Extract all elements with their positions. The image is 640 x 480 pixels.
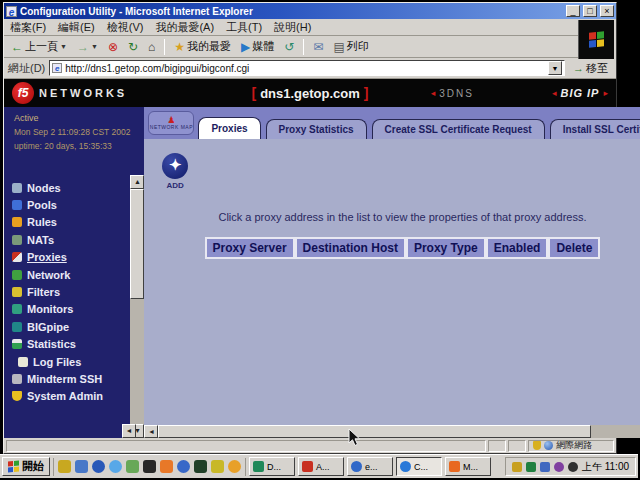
tab-proxies[interactable]: Proxies <box>198 117 260 139</box>
mindterm-ssh-icon <box>12 374 22 384</box>
datetime-text: Mon Sep 2 11:09:28 CST 2002 <box>14 127 130 137</box>
tab-proxy-statistics[interactable]: Proxy Statistics <box>266 119 367 139</box>
tray-icon[interactable] <box>568 462 578 472</box>
column-delete: Delete <box>548 237 600 259</box>
minimize-button[interactable]: _ <box>566 5 580 17</box>
go-icon: → <box>573 62 584 74</box>
address-input[interactable]: e http://dns1.getop.com/bigipgui/bigconf… <box>49 60 565 76</box>
media-icon: ▶ <box>241 41 250 53</box>
quicklaunch-icon[interactable] <box>143 460 156 473</box>
hostname-text: dns1.getop.com <box>260 86 360 101</box>
quicklaunch-icon[interactable] <box>211 460 224 473</box>
sidebar-item-nats[interactable]: NATs <box>12 231 128 248</box>
mail-button[interactable]: ✉ <box>310 40 326 54</box>
sidebar-item-statistics[interactable]: Statistics <box>12 336 128 353</box>
network-map-button[interactable]: ♟ NETWORK MAP <box>148 111 194 135</box>
log-files-icon <box>18 357 28 367</box>
menu-help[interactable]: 說明(H) <box>274 20 311 35</box>
f5-banner: f5 NETWORKS [ dns1.getop.com ] ◂ 3DNS ◂ … <box>4 79 616 107</box>
toolbar-separator <box>303 39 304 55</box>
sidebar-item-nodes[interactable]: Nodes <box>12 179 128 196</box>
quicklaunch-icon[interactable] <box>109 460 122 473</box>
column-proxy-type: Proxy Type <box>406 237 486 259</box>
tab-create-ssl-certificate-request[interactable]: Create SSL Certificate Request <box>372 119 545 139</box>
menu-edit[interactable]: 編輯(E) <box>58 20 95 35</box>
taskbar-window-button[interactable]: e... <box>347 457 393 476</box>
task-icon <box>302 461 313 472</box>
mail-icon: ✉ <box>313 41 323 53</box>
favorites-button[interactable]: ★ 我的最愛 <box>171 38 234 55</box>
sidebar-hscroll-left-icon[interactable]: ◄ <box>122 424 136 438</box>
sidebar-item-proxies[interactable]: Proxies <box>12 249 128 266</box>
sidebar-item-network[interactable]: Network <box>12 266 128 283</box>
3dns-label[interactable]: 3DNS <box>439 88 474 99</box>
sidebar-item-system-admin[interactable]: System Admin <box>12 388 128 405</box>
stop-button[interactable]: ⊗ <box>105 40 121 54</box>
sidebar-scrollbar[interactable]: ▲ ▼ <box>130 107 144 438</box>
menu-view[interactable]: 檢視(V) <box>107 20 144 35</box>
sidebar-scroll-track[interactable] <box>130 189 144 424</box>
quicklaunch-icon[interactable] <box>160 460 173 473</box>
navigation-sidebar: Active Mon Sep 2 11:09:28 CST 2002 uptim… <box>4 107 130 438</box>
quicklaunch-icon[interactable] <box>228 460 241 473</box>
bigip-mark-icon: ▸ <box>603 88 608 98</box>
taskbar-window-button-active[interactable]: C... <box>396 457 442 476</box>
media-button[interactable]: ▶ 媒體 <box>238 38 277 55</box>
back-button[interactable]: ← 上一頁 ▼ <box>8 38 70 55</box>
menu-tools[interactable]: 工具(T) <box>226 20 262 35</box>
tray-icon[interactable] <box>540 462 550 472</box>
title-bar[interactable]: e Configuration Utility - Microsoft Inte… <box>4 3 616 19</box>
sidebar-item-log-files[interactable]: Log Files <box>12 353 128 370</box>
proxies-page: ✦ ADD Click a proxy address in the list … <box>144 139 640 425</box>
tray-icon[interactable] <box>512 462 522 472</box>
sidebar-item-bigpipe[interactable]: BIGpipe <box>12 318 128 335</box>
home-button[interactable]: ⌂ <box>145 40 158 54</box>
taskbar-window-button[interactable]: M... <box>445 457 491 476</box>
main-horizontal-scrollbar[interactable]: ◄ ► <box>144 425 640 438</box>
sidebar-item-mindterm-ssh[interactable]: Mindterm SSH <box>12 370 128 387</box>
sidebar-item-rules[interactable]: Rules <box>12 214 128 231</box>
taskbar-window-button[interactable]: A... <box>298 457 344 476</box>
page-icon: e <box>52 63 62 73</box>
go-label: 移至 <box>586 61 608 76</box>
hscroll-thumb[interactable] <box>158 425 590 438</box>
menu-file[interactable]: 檔案(F) <box>10 20 46 35</box>
status-message-pane <box>6 440 486 452</box>
bigip-label[interactable]: BIG IP <box>560 87 599 99</box>
bracket-right: ] <box>364 85 369 101</box>
start-button[interactable]: 開始 <box>2 457 50 476</box>
forward-button[interactable]: → ▼ <box>74 40 101 54</box>
quicklaunch-icon[interactable] <box>75 460 88 473</box>
go-button[interactable]: → 移至 <box>569 60 612 77</box>
address-dropdown-icon[interactable]: ▼ <box>548 61 562 75</box>
quicklaunch-icon[interactable] <box>194 460 207 473</box>
quicklaunch-icon[interactable] <box>177 460 190 473</box>
print-button[interactable]: ▤ 列印 <box>330 38 371 55</box>
history-button[interactable]: ↺ <box>281 40 297 54</box>
sidebar-item-filters[interactable]: Filters <box>12 283 128 300</box>
close-button[interactable]: × <box>600 5 614 17</box>
network-icon <box>12 270 22 280</box>
sidebar-item-pools[interactable]: Pools <box>12 196 128 213</box>
quicklaunch-icon[interactable] <box>58 460 71 473</box>
tray-icon[interactable] <box>554 462 564 472</box>
back-label: 上一頁 <box>25 39 58 54</box>
sidebar-item-monitors[interactable]: Monitors <box>12 301 128 318</box>
tray-icon[interactable] <box>526 462 536 472</box>
pools-icon <box>12 200 22 210</box>
sidebar-scroll-thumb[interactable] <box>130 189 144 299</box>
tab-install-ssl-certificate[interactable]: Install SSL Certif <box>550 119 640 139</box>
refresh-button[interactable]: ↻ <box>125 40 141 54</box>
status-pane <box>508 440 526 452</box>
menu-favorites[interactable]: 我的最愛(A) <box>155 20 214 35</box>
quicklaunch-icon[interactable] <box>92 460 105 473</box>
add-proxy-button[interactable]: ✦ <box>162 153 188 179</box>
sidebar-scroll-up-icon[interactable]: ▲ <box>130 175 144 189</box>
favorites-icon: ★ <box>174 41 185 53</box>
maximize-button[interactable]: □ <box>583 5 597 17</box>
taskbar-window-button[interactable]: D... <box>249 457 295 476</box>
quicklaunch-icon[interactable] <box>126 460 139 473</box>
proxy-table-header-row: Proxy Server Destination Host Proxy Type… <box>144 237 640 259</box>
hscroll-left-icon[interactable]: ◄ <box>144 425 158 438</box>
print-label: 列印 <box>347 39 369 54</box>
